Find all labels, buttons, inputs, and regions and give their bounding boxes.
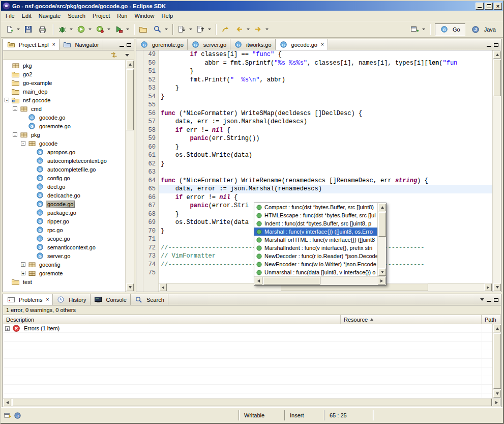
menu-edit[interactable]: Edit	[18, 11, 35, 20]
minimize-view-icon[interactable]	[487, 298, 491, 302]
code-line[interactable]: os.Stdout.Write(data)	[159, 151, 492, 160]
tree-item-goremote-go[interactable]: Ggoremote.go	[3, 122, 125, 130]
maximize-view-icon[interactable]	[494, 298, 498, 302]
view-tab-navigator[interactable]: Navigator	[60, 39, 103, 50]
view-tab-search[interactable]: Search	[131, 294, 168, 305]
scrollbar-thumb[interactable]	[263, 277, 320, 285]
close-tab-icon[interactable]: ×	[46, 297, 49, 302]
tree-item-declcache-go[interactable]: Gdeclcache.go	[3, 191, 125, 200]
scrollbar-thumb[interactable]	[378, 212, 386, 237]
scroll-up-icon[interactable]	[378, 204, 386, 211]
tree-item-goremote[interactable]: +goremote	[3, 269, 125, 277]
fast-view-bar-button[interactable]	[3, 410, 13, 420]
problems-scrollbar[interactable]	[492, 324, 501, 398]
scroll-right-icon[interactable]	[493, 399, 500, 406]
scroll-right-icon[interactable]	[378, 277, 386, 285]
tree-item-gocode-go[interactable]: Ggocode.go	[3, 113, 125, 122]
editor-tab-gocode-go[interactable]: Ggocode.go×	[276, 39, 328, 50]
code-line[interactable]: if err != nil {	[159, 126, 492, 135]
tree-item-pkg[interactable]: pkg	[3, 61, 125, 70]
close-tab-icon[interactable]: ×	[321, 42, 324, 47]
scroll-right-icon[interactable]	[484, 284, 492, 291]
code-line[interactable]: panic(err.String())	[159, 134, 492, 143]
editor-scrollbar[interactable]	[492, 50, 501, 292]
code-line[interactable]: abbr = fmt.Sprintf("%s %s%s", classes[i]…	[159, 59, 492, 68]
menu-window[interactable]: Window	[131, 11, 158, 20]
completion-item[interactable]: MarshalForHTML : func(v interface{}) ([]…	[254, 236, 377, 244]
scroll-down-icon[interactable]	[378, 268, 386, 276]
explorer-scrollbar[interactable]	[125, 60, 134, 292]
editor-tab-itworks-go[interactable]: Gitworks.go	[230, 39, 276, 50]
view-tab-history[interactable]: History	[53, 294, 90, 305]
completion-item[interactable]: NewEncoder : func(w io.Writer) *json.Enc…	[254, 260, 377, 268]
next-annotation-button[interactable]	[175, 23, 194, 36]
tree-item-autocompletecontext-go[interactable]: Gautocompletecontext.go	[3, 156, 125, 165]
title-bar[interactable]: Go - nsf-gocode/src/pkg/gocode/gocode.go…	[1, 1, 503, 11]
run-button[interactable]	[75, 23, 94, 36]
tree-expander-icon[interactable]: +	[21, 271, 25, 275]
link-with-editor-button[interactable]	[109, 51, 120, 60]
back-button[interactable]	[233, 23, 252, 36]
tree-item-gocode-go[interactable]: Ggocode.go	[3, 200, 125, 208]
tree-expander-icon[interactable]: -	[13, 106, 17, 111]
completion-item[interactable]: NewDecoder : func(r io.Reader) *json.Dec…	[254, 252, 377, 260]
completion-item[interactable]: Unmarshal : func(data []uint8, v interfa…	[254, 268, 377, 276]
code-line[interactable]: }	[159, 93, 492, 101]
scroll-left-icon[interactable]	[159, 284, 167, 291]
editor-tab-server-go[interactable]: Gserver.go	[188, 39, 230, 50]
scroll-down-icon[interactable]	[493, 390, 501, 398]
view-tab-console[interactable]: Console	[91, 294, 131, 305]
tree-item-pkg[interactable]: -pkg	[3, 130, 125, 139]
tree-item-semanticcontext-go[interactable]: Gsemanticcontext.go	[3, 243, 125, 251]
view-menu-button[interactable]	[122, 51, 132, 60]
previous-annotation-button[interactable]	[194, 23, 213, 36]
forward-button[interactable]	[252, 23, 271, 36]
code-line[interactable]	[159, 101, 492, 109]
completion-item[interactable]: MarshalIndent : func(v interface{}, pref…	[254, 244, 377, 252]
open-perspective-button[interactable]	[408, 23, 427, 36]
minimize-button[interactable]	[476, 3, 484, 10]
code-line[interactable]: data, err := json.Marshal(decldescs)	[159, 118, 492, 126]
debug-button[interactable]	[56, 23, 75, 36]
scroll-down-icon[interactable]	[493, 284, 501, 291]
autocomplete-scrollbar[interactable]	[377, 203, 386, 276]
last-edit-location-button[interactable]	[219, 23, 233, 36]
close-button[interactable]: ×	[494, 3, 502, 10]
open-resource-button[interactable]	[137, 23, 151, 36]
perspective-java[interactable]: JJava	[466, 23, 501, 36]
tree-item-gocode[interactable]: -gocode	[3, 139, 125, 148]
maximize-view-icon[interactable]	[127, 43, 131, 47]
scroll-up-icon[interactable]	[493, 51, 501, 59]
code-line[interactable]: }	[159, 160, 492, 168]
menu-project[interactable]: Project	[89, 11, 113, 20]
scroll-up-icon[interactable]	[493, 325, 501, 332]
column-header-path[interactable]: Path	[482, 315, 501, 324]
tree-expander-icon[interactable]: +	[21, 262, 25, 267]
column-header-description[interactable]: Description	[3, 315, 341, 324]
annotation-ruler[interactable]	[136, 50, 143, 292]
tree-item-go-example[interactable]: go-example	[3, 78, 125, 87]
code-line[interactable]: fmt.Printf(" %s\n", abbr)	[159, 76, 492, 84]
view-tab-project-expl[interactable]: Project Expl×	[3, 39, 60, 50]
minimize-view-icon[interactable]	[487, 43, 491, 47]
row-expander-icon[interactable]: +	[5, 326, 10, 331]
view-menu-icon[interactable]	[480, 298, 484, 301]
maximize-view-icon[interactable]	[494, 43, 498, 47]
tree-item-apropos-go[interactable]: Gapropos.go	[3, 148, 125, 156]
scrollbar-thumb[interactable]	[493, 333, 501, 389]
minimize-view-icon[interactable]	[120, 43, 124, 47]
problems-hscrollbar[interactable]	[3, 398, 501, 407]
menu-search[interactable]: Search	[64, 11, 89, 20]
column-header-resource[interactable]: Resource	[341, 315, 482, 324]
completion-item[interactable]: Marshal : func(v interface{}) ([]uint8, …	[254, 228, 377, 236]
tree-item-autocompletefile-go[interactable]: Gautocompletefile.go	[3, 165, 125, 174]
scroll-left-icon[interactable]	[255, 277, 262, 285]
autocomplete-hscrollbar[interactable]	[254, 276, 386, 285]
scroll-left-icon[interactable]	[4, 399, 11, 406]
tree-item-cmd[interactable]: -cmd	[3, 104, 125, 113]
tree-item-nsf-gocode[interactable]: -nsf-gocode	[3, 96, 125, 104]
code-line[interactable]: if error != nil {	[159, 193, 492, 202]
search-button[interactable]	[151, 23, 170, 36]
code-line[interactable]: data, error := json.Marshal(renamedescs)	[159, 185, 492, 193]
external-tools-button[interactable]	[112, 23, 131, 36]
